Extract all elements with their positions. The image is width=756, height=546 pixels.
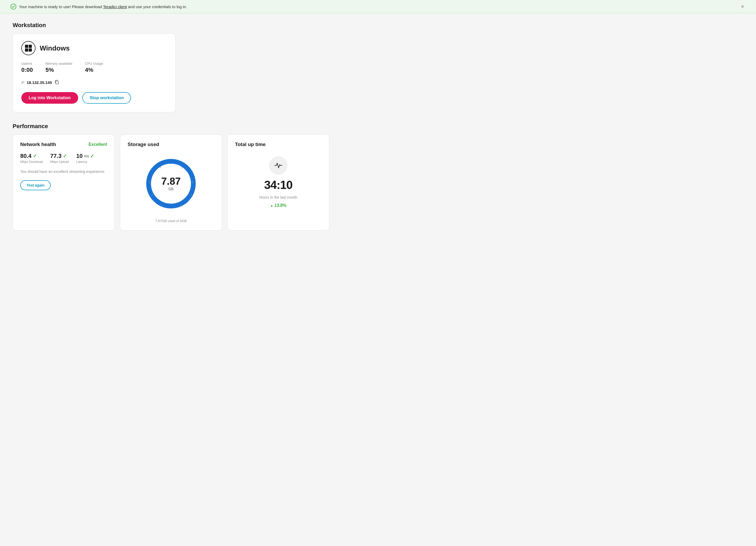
download-check-icon: ✓ bbox=[33, 153, 37, 159]
network-health-card: Network health Excellent 80.4 ✓ Mbps Dow… bbox=[13, 134, 115, 230]
workstation-section: Workstation Windows Uptime 0:00 bbox=[13, 22, 329, 112]
uptime-label: Uptime bbox=[21, 62, 33, 65]
stop-workstation-button[interactable]: Stop workstation bbox=[82, 92, 131, 104]
performance-section-title: Performance bbox=[13, 123, 329, 130]
ip-value: 18.132.35.145 bbox=[27, 80, 52, 85]
copy-ip-button[interactable] bbox=[54, 79, 60, 86]
memory-label: Memory available bbox=[46, 62, 72, 65]
uptime-time-value: 34:10 bbox=[264, 178, 293, 191]
svg-rect-1 bbox=[25, 45, 28, 48]
upload-metric: 77.3 ✓ Mbps Upload bbox=[50, 153, 69, 164]
storage-description: 7.87GB used of 8GB bbox=[128, 219, 214, 223]
svg-text:6: 6 bbox=[192, 180, 193, 184]
notification-close-button[interactable]: × bbox=[739, 4, 745, 9]
workstation-buttons: Log into Workstation Stop workstation bbox=[21, 92, 167, 104]
trend-arrow-icon: ▲ bbox=[270, 204, 273, 207]
workstation-card: Windows Uptime 0:00 Memory available 5% … bbox=[13, 33, 176, 112]
cpu-stat: CPU Usage 4% bbox=[85, 62, 103, 73]
check-circle-icon bbox=[11, 4, 16, 9]
gauge-container: 1 2 3 4 5 6 7 8 7.87 GB bbox=[139, 152, 203, 215]
uptime-time-label: Hours in the last month bbox=[259, 195, 297, 199]
test-again-button[interactable]: Test again bbox=[20, 180, 51, 190]
ip-label: IP bbox=[21, 80, 24, 84]
storage-gauge: 1 2 3 4 5 6 7 8 7.87 GB bbox=[128, 152, 214, 215]
latency-check-icon: ✓ bbox=[90, 153, 94, 159]
latency-value: 10ms ✓ bbox=[76, 153, 94, 159]
performance-section: Performance Network health Excellent 80.… bbox=[13, 123, 329, 230]
download-value: 80.4 ✓ bbox=[20, 153, 43, 159]
uptime-content: 34:10 Hours in the last month ▲ 13.8% bbox=[235, 154, 322, 208]
network-metrics: 80.4 ✓ Mbps Download 77.3 ✓ Mbps Upload bbox=[20, 153, 107, 164]
svg-text:2: 2 bbox=[151, 194, 153, 197]
download-metric: 80.4 ✓ Mbps Download bbox=[20, 153, 43, 164]
uptime-card-title: Total up time bbox=[235, 141, 322, 147]
storage-title: Storage used bbox=[128, 141, 214, 147]
os-icon bbox=[21, 41, 36, 55]
latency-unit: ms bbox=[84, 154, 89, 158]
copy-icon bbox=[54, 80, 59, 84]
windows-logo-icon bbox=[24, 44, 32, 52]
workstation-header: Windows bbox=[21, 41, 167, 55]
workstation-section-title: Workstation bbox=[13, 22, 329, 29]
workstation-stats: Uptime 0:00 Memory available 5% CPU Usag… bbox=[21, 62, 167, 73]
teradici-link[interactable]: Teradici client bbox=[103, 4, 127, 9]
uptime-icon-circle bbox=[269, 156, 288, 175]
memory-stat: Memory available 5% bbox=[46, 62, 72, 73]
performance-cards: Network health Excellent 80.4 ✓ Mbps Dow… bbox=[13, 134, 329, 230]
download-label: Mbps Download bbox=[20, 160, 43, 164]
log-in-workstation-button[interactable]: Log into Workstation bbox=[21, 92, 78, 104]
memory-value: 5% bbox=[46, 67, 72, 73]
svg-text:8: 8 bbox=[180, 204, 182, 207]
trend-value: 13.8% bbox=[274, 203, 286, 208]
uptime-trend: ▲ 13.8% bbox=[270, 203, 286, 208]
storage-used-value: 7.87 bbox=[161, 176, 181, 186]
latency-label: Latency bbox=[76, 160, 94, 164]
upload-check-icon: ✓ bbox=[63, 153, 67, 159]
notification-content: Your machine is ready to use! Please dow… bbox=[11, 4, 187, 9]
notification-text: Your machine is ready to use! Please dow… bbox=[19, 4, 187, 9]
ip-row: IP 18.132.35.145 bbox=[21, 79, 167, 86]
network-description: You should have an excellent streaming e… bbox=[20, 169, 107, 174]
upload-label: Mbps Upload bbox=[50, 160, 69, 164]
upload-value: 77.3 ✓ bbox=[50, 153, 69, 159]
svg-rect-4 bbox=[29, 48, 32, 52]
notification-bar: Your machine is ready to use! Please dow… bbox=[0, 0, 756, 13]
svg-text:3: 3 bbox=[149, 180, 150, 184]
storage-card: Storage used 1 2 3 4 bbox=[120, 134, 222, 230]
svg-text:4: 4 bbox=[160, 166, 161, 169]
latency-metric: 10ms ✓ Latency bbox=[76, 153, 94, 164]
svg-rect-5 bbox=[56, 81, 58, 84]
os-name: Windows bbox=[40, 44, 70, 52]
cpu-label: CPU Usage bbox=[85, 62, 103, 65]
network-title: Network health bbox=[20, 141, 56, 147]
network-status-badge: Excellent bbox=[89, 142, 107, 147]
svg-text:7: 7 bbox=[190, 194, 191, 197]
uptime-card: Total up time 34:10 Hours in the last mo… bbox=[227, 134, 329, 230]
uptime-value: 0:00 bbox=[21, 67, 33, 73]
activity-icon bbox=[274, 161, 283, 170]
svg-text:5: 5 bbox=[181, 166, 182, 169]
svg-point-0 bbox=[11, 4, 16, 9]
svg-rect-2 bbox=[29, 45, 32, 48]
network-card-header: Network health Excellent bbox=[20, 141, 107, 147]
uptime-stat: Uptime 0:00 bbox=[21, 62, 33, 73]
cpu-value: 4% bbox=[85, 67, 103, 73]
svg-rect-3 bbox=[25, 48, 28, 52]
gauge-center: 7.87 GB bbox=[161, 176, 181, 191]
svg-text:1: 1 bbox=[161, 204, 163, 207]
storage-unit: GB bbox=[161, 187, 181, 191]
